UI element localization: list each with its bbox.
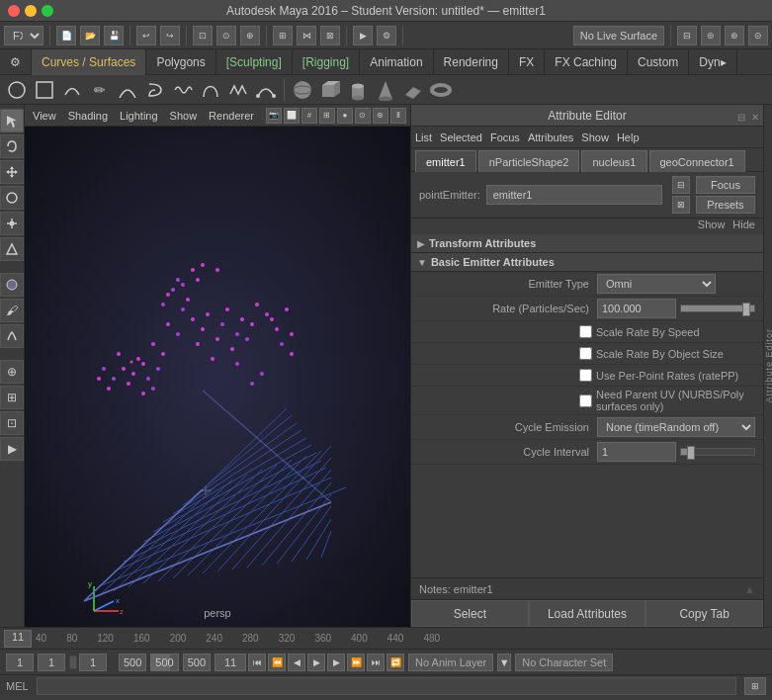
tab-nucleus1[interactable]: nucleus1 — [581, 150, 646, 172]
resolution-icon[interactable]: ⊛ — [373, 108, 388, 124]
select-icon[interactable]: ⊡ — [193, 26, 213, 45]
play-fwd-button[interactable]: ▶ — [307, 654, 325, 671]
fx-dropdown[interactable]: FX — [4, 26, 43, 45]
circle-tool-icon[interactable] — [4, 77, 30, 103]
emitter-type-select[interactable]: Omni Directional Surface Volume — [597, 274, 716, 294]
tab-rigging[interactable]: Rigging — [293, 49, 360, 75]
go-start-button[interactable]: ⏮ — [248, 654, 266, 671]
scale-tool[interactable] — [0, 212, 24, 235]
cycle-interval-input[interactable] — [597, 442, 676, 462]
select-tool[interactable] — [0, 109, 24, 132]
cylinder-tool-icon[interactable] — [345, 77, 371, 103]
new-file-icon[interactable]: 📄 — [56, 26, 76, 45]
snap-curve-icon[interactable]: ⋈ — [297, 26, 316, 45]
arc-tool-icon[interactable] — [115, 77, 140, 103]
prev-frame-button[interactable]: ◀ — [288, 654, 305, 671]
emitter-name-field[interactable]: emitter1 — [486, 185, 662, 205]
attr-menu-help[interactable]: Help — [617, 131, 640, 143]
playback-frame-display[interactable]: 11 — [214, 654, 246, 671]
notes-expand-icon[interactable]: ▲ — [744, 583, 755, 595]
settings-gear[interactable]: ⚙ — [0, 49, 32, 75]
timeline-current-frame[interactable]: 11 — [4, 630, 32, 648]
select-button[interactable]: Select — [411, 600, 529, 627]
per-point-rates-checkbox[interactable]: Use Per-Point Rates (ratePP) — [579, 369, 738, 382]
rate-slider[interactable] — [680, 305, 755, 312]
scale-rate-object-check[interactable] — [579, 347, 592, 360]
ui-icon-4[interactable]: ⊝ — [748, 26, 768, 45]
current-frame-input[interactable] — [79, 654, 107, 671]
scale-rate-speed-checkbox[interactable]: Scale Rate By Speed — [579, 325, 700, 338]
mel-execute-btn[interactable]: ⊞ — [744, 677, 766, 695]
open-file-icon[interactable]: 📂 — [80, 26, 100, 45]
torus-tool-icon[interactable] — [428, 77, 454, 103]
rotate-tool[interactable] — [0, 186, 24, 210]
ui-icon-2[interactable]: ⊜ — [701, 26, 721, 45]
tab-sculpting[interactable]: Sculpting — [216, 49, 293, 75]
hide-link[interactable]: Hide — [732, 219, 755, 230]
paint-select-icon[interactable]: ⊕ — [240, 26, 260, 45]
timeline-bar[interactable]: 11 40 80 120 160 200 240 280 320 360 400… — [0, 627, 772, 649]
attr-menu-attributes[interactable]: Attributes — [528, 131, 573, 143]
mel-input[interactable] — [37, 677, 736, 695]
tab-emitter1[interactable]: emitter1 — [415, 150, 476, 172]
cycle-emission-select[interactable]: None (timeRandom off) Frame TimeSlider — [597, 417, 755, 437]
no-live-surface[interactable]: No Live Surface — [573, 26, 664, 45]
need-parent-uv-check[interactable] — [579, 394, 592, 407]
vp-menu-lighting[interactable]: Lighting — [116, 110, 162, 122]
snap-tool[interactable]: ⊡ — [0, 411, 24, 435]
grid-icon[interactable]: # — [301, 108, 317, 124]
last-tool[interactable] — [0, 237, 24, 261]
3pt-arc-icon[interactable] — [253, 77, 279, 103]
wave-tool-icon[interactable] — [170, 77, 196, 103]
no-anim-layer[interactable]: No Anim Layer — [408, 654, 493, 671]
render-settings-icon[interactable]: ⚙ — [377, 26, 396, 45]
rate-input[interactable] — [597, 299, 676, 318]
close-button[interactable] — [8, 5, 20, 17]
camera-icon[interactable]: 📷 — [266, 108, 282, 124]
tab-animation[interactable]: Animation — [360, 49, 433, 75]
attr-content[interactable]: ▶ Transform Attributes ▼ Basic Emitter A… — [411, 234, 763, 577]
attr-menu-show[interactable]: Show — [581, 131, 609, 143]
cycle-interval-slider[interactable] — [680, 448, 755, 456]
next-frame-button[interactable]: ▶ — [327, 654, 345, 671]
soft-select-tool[interactable] — [0, 273, 24, 297]
show-manip-tool[interactable]: ⊕ — [0, 360, 24, 384]
attr-menu-list[interactable]: List — [415, 131, 432, 143]
emitter-icon-btn-2[interactable]: ⊠ — [672, 196, 690, 214]
range-start-box[interactable]: 500 — [119, 654, 146, 671]
save-file-icon[interactable]: 💾 — [104, 26, 124, 45]
render-tool[interactable]: ▶ — [0, 437, 24, 461]
tab-rendering[interactable]: Rendering — [434, 49, 509, 75]
prev-key-button[interactable]: ⏪ — [268, 654, 286, 671]
tab-polygons[interactable]: Polygons — [146, 49, 215, 75]
lasso-icon[interactable]: ⊙ — [216, 26, 236, 45]
focus-button[interactable]: Focus — [696, 176, 755, 194]
start-frame-input[interactable] — [6, 654, 34, 671]
vp-menu-shading[interactable]: Shading — [64, 110, 112, 122]
sphere-tool-icon[interactable] — [290, 77, 315, 103]
redo-icon[interactable]: ↪ — [160, 26, 180, 45]
ui-icon-3[interactable]: ⊛ — [725, 26, 744, 45]
need-parent-uv-checkbox[interactable]: Need Parent UV (NURBS/Poly surfaces only… — [579, 389, 755, 412]
minimize-button[interactable] — [25, 5, 37, 17]
square-tool-icon[interactable] — [32, 77, 57, 103]
loop-button[interactable]: 🔁 — [386, 654, 404, 671]
next-key-button[interactable]: ⏩ — [347, 654, 365, 671]
curve-tool-icon[interactable] — [59, 77, 85, 103]
cube-tool-icon[interactable] — [317, 77, 343, 103]
paint-tool[interactable]: 🖌 — [0, 299, 24, 322]
sculpt-tool[interactable] — [0, 324, 24, 348]
tab-fx-caching[interactable]: FX Caching — [545, 49, 628, 75]
scale-rate-speed-check[interactable] — [579, 325, 592, 338]
spline-tool-icon[interactable] — [225, 77, 251, 103]
tab-custom[interactable]: Custom — [628, 49, 689, 75]
helix-tool-icon[interactable] — [142, 77, 168, 103]
lasso-select-tool[interactable] — [0, 134, 24, 158]
tab-geoconnector1[interactable]: geoConnector1 — [649, 150, 745, 172]
copy-tab-button[interactable]: Copy Tab — [645, 600, 763, 627]
region-select-tool[interactable]: ⊞ — [0, 386, 24, 409]
snap-point-icon[interactable]: ⊠ — [320, 26, 340, 45]
snap-grid-icon[interactable]: ⊞ — [273, 26, 293, 45]
move-tool[interactable] — [0, 160, 24, 184]
transform-section-header[interactable]: ▶ Transform Attributes — [411, 234, 763, 253]
